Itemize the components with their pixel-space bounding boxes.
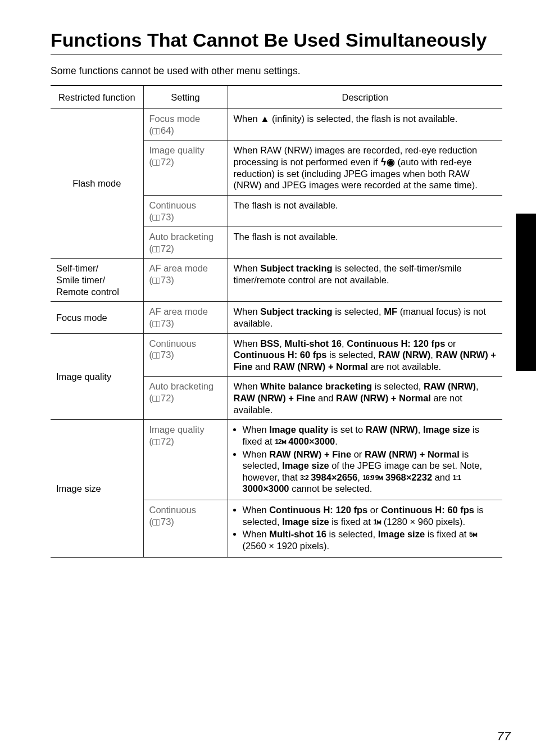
setting-cell: AF area mode (73) — [143, 259, 228, 302]
intro-text: Some functions cannot be used with other… — [51, 65, 502, 77]
setting-cell: Auto bracketing (72) — [143, 227, 228, 259]
book-icon — [152, 321, 160, 327]
mf-icon: MF — [384, 306, 397, 316]
ratio-32-icon: 3:2 — [300, 474, 308, 482]
setting-cell: Continuous (73) — [143, 333, 228, 377]
size-12m-icon: 12ᴍ — [275, 438, 285, 446]
table-row: Self-timer/Smile timer/Remote control AF… — [51, 259, 502, 302]
book-icon — [152, 519, 160, 526]
restricted-flash-mode: Flash mode — [51, 109, 143, 259]
table-row: Image size Image quality (72) When Image… — [51, 420, 502, 500]
page-title: Functions That Cannot Be Used Simultaneo… — [51, 28, 502, 55]
table-row: Image quality Continuous (73) When BSS, … — [51, 333, 502, 377]
restricted-image-quality: Image quality — [51, 333, 143, 420]
table-row: Focus mode AF area mode (73) When Subjec… — [51, 302, 502, 333]
restricted-focus-mode: Focus mode — [51, 302, 143, 333]
size-1m-icon: 1ᴍ — [373, 518, 381, 526]
description-cell: When Image quality is set to RAW (NRW), … — [228, 420, 502, 500]
flash-redeye-icon: ϟ◉ — [380, 157, 395, 167]
table-row: Flash mode Focus mode (64) When ▲ (infin… — [51, 109, 502, 141]
setting-cell: Image quality (72) — [143, 141, 228, 196]
list-item: When Continuous H: 120 fps or Continuous… — [243, 504, 497, 527]
restrictions-table: Restricted function Setting Description … — [51, 85, 502, 558]
setting-cell: Focus mode (64) — [143, 109, 228, 141]
setting-cell: Continuous (73) — [143, 195, 228, 227]
description-cell: When Continuous H: 120 fps or Continuous… — [228, 500, 502, 558]
ratio-169-icon: 16:9 9ᴍ — [362, 474, 383, 482]
setting-cell: AF area mode (73) — [143, 302, 228, 333]
book-icon — [152, 396, 160, 402]
page-number: 77 — [497, 729, 511, 744]
description-cell: When Subject tracking is selected, the s… — [228, 259, 502, 302]
size-5m-icon: 5ᴍ — [469, 531, 477, 538]
col-setting: Setting — [143, 85, 228, 109]
restricted-image-size: Image size — [51, 420, 143, 557]
description-cell: When Subject tracking is selected, MF (m… — [228, 302, 502, 333]
book-icon — [152, 352, 160, 359]
description-cell: When RAW (NRW) images are recorded, red-… — [228, 141, 502, 196]
description-cell: When BSS, Multi-shot 16, Continuous H: 1… — [228, 333, 502, 377]
description-cell: The flash is not available. — [228, 195, 502, 227]
book-icon — [152, 160, 160, 166]
mountain-icon: ▲ — [260, 114, 269, 124]
section-label: Shooting Features — [521, 270, 532, 343]
setting-cell: Image quality (72) — [143, 420, 228, 500]
restricted-self-timer: Self-timer/Smile timer/Remote control — [51, 259, 143, 302]
ratio-11-icon: 1:1 — [453, 474, 461, 482]
col-description: Description — [228, 85, 502, 109]
list-item: When Multi-shot 16 is selected, Image si… — [243, 528, 497, 551]
book-icon — [152, 246, 160, 252]
col-restricted: Restricted function — [51, 85, 143, 109]
book-icon — [152, 278, 160, 284]
description-cell: When ▲ (infinity) is selected, the flash… — [228, 109, 502, 141]
list-item: When Image quality is set to RAW (NRW), … — [243, 424, 497, 447]
description-cell: When White balance bracketing is selecte… — [228, 377, 502, 420]
description-cell: The flash is not available. — [228, 227, 502, 259]
setting-cell: Auto bracketing (72) — [143, 377, 228, 420]
book-icon — [152, 215, 160, 221]
book-icon — [152, 128, 160, 134]
list-item: When RAW (NRW) + Fine or RAW (NRW) + Nor… — [243, 449, 497, 495]
setting-cell: Continuous (73) — [143, 500, 228, 558]
book-icon — [152, 439, 160, 445]
